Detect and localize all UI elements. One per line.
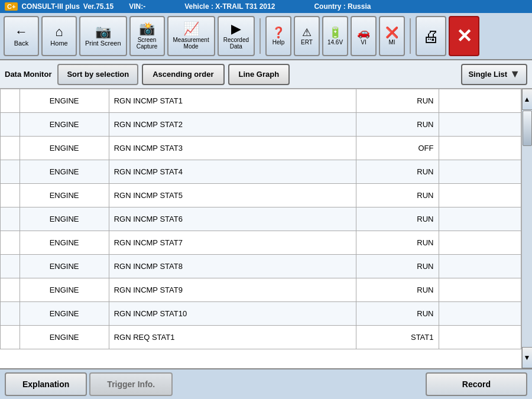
vin-label: VIN:-	[129, 2, 145, 11]
app-name: CONSULT-III plus	[21, 2, 79, 11]
bottom-bar: Explanation Trigger Info. Record	[0, 368, 532, 399]
row-unit	[439, 89, 521, 113]
row-param-name: RGN INCMP STAT3	[109, 137, 356, 160]
ascending-order-button[interactable]: Ascending order	[142, 64, 224, 85]
table-row[interactable]: ENGINERGN INCMP STAT1RUN	[1, 89, 521, 113]
trigger-info-button[interactable]: Trigger Info.	[89, 372, 173, 396]
table-row[interactable]: ENGINERGN INCMP STAT10RUN	[1, 302, 521, 326]
row-checkbox-cell	[1, 137, 20, 160]
row-param-name: RGN INCMP STAT5	[109, 184, 356, 207]
mi-label: MI	[388, 39, 395, 46]
row-value: RUN	[356, 113, 439, 137]
single-list-button[interactable]: Single List ▼	[461, 64, 527, 85]
row-system: ENGINE	[20, 137, 109, 160]
row-value: OFF	[356, 137, 439, 160]
table-row[interactable]: ENGINERGN INCMP STAT8RUN	[1, 255, 521, 278]
table-row[interactable]: ENGINERGN INCMP STAT5RUN	[1, 184, 521, 207]
row-unit	[439, 137, 521, 160]
ert-button[interactable]: ⚠ ERT	[294, 16, 320, 56]
recorded-data-button[interactable]: ▶ RecordedData	[218, 16, 255, 56]
back-icon: ←	[15, 25, 28, 38]
row-checkbox-cell	[1, 113, 20, 137]
row-system: ENGINE	[20, 113, 109, 137]
row-system: ENGINE	[20, 302, 109, 326]
table-row[interactable]: ENGINERGN INCMP STAT7RUN	[1, 231, 521, 255]
table-container: ENGINERGN INCMP STAT1RUNENGINERGN INCMP …	[0, 89, 521, 368]
printer-icon: 🖨	[423, 27, 439, 46]
row-value: STAT1	[356, 326, 439, 349]
data-table: ENGINERGN INCMP STAT1RUNENGINERGN INCMP …	[0, 89, 521, 349]
single-list-label: Single List	[468, 70, 507, 79]
title-bar: C+ CONSULT-III plus Ver.75.15 VIN:- Vehi…	[0, 0, 532, 13]
voltage-button[interactable]: 🔋 14.6V	[322, 16, 348, 56]
print-screen-button[interactable]: 📷 Print Screen	[79, 16, 127, 56]
scrollbar: ▲ ▼	[521, 89, 532, 368]
row-unit	[439, 207, 521, 231]
sort-by-selection-button[interactable]: Sort by selection	[57, 64, 138, 85]
vi-button[interactable]: 🚗 VI	[351, 16, 377, 56]
row-unit	[439, 255, 521, 278]
row-unit	[439, 231, 521, 255]
row-param-name: RGN INCMP STAT7	[109, 231, 356, 255]
table-row[interactable]: ENGINERGN INCMP STAT9RUN	[1, 278, 521, 302]
home-icon: ⌂	[55, 25, 63, 38]
app-version: Ver.75.15	[83, 2, 113, 11]
chevron-down-icon: ▼	[510, 68, 520, 80]
table-row[interactable]: ENGINERGN INCMP STAT3OFF	[1, 137, 521, 160]
toolbar-sep1	[259, 18, 261, 54]
country-label: Country : Russia	[314, 2, 371, 11]
measurement-icon: 📈	[183, 22, 199, 35]
mi-icon: ❌	[385, 27, 398, 38]
close-button[interactable]: ✕	[449, 16, 479, 56]
help-button[interactable]: ❓ Help	[265, 16, 291, 56]
row-param-name: RGN INCMP STAT4	[109, 160, 356, 184]
row-checkbox-cell	[1, 160, 20, 184]
row-checkbox-cell	[1, 278, 20, 302]
table-row[interactable]: ENGINERGN INCMP STAT6RUN	[1, 207, 521, 231]
row-system: ENGINE	[20, 326, 109, 349]
capture-label: ScreenCapture	[137, 37, 158, 50]
row-unit	[439, 160, 521, 184]
row-value: RUN	[356, 89, 439, 113]
data-monitor-label: Data Monitor	[5, 70, 51, 79]
scroll-down-button[interactable]: ▼	[522, 347, 533, 368]
row-checkbox-cell	[1, 207, 20, 231]
help-label: Help	[273, 39, 285, 46]
row-system: ENGINE	[20, 255, 109, 278]
row-param-name: RGN INCMP STAT10	[109, 302, 356, 326]
scroll-thumb[interactable]	[523, 111, 532, 146]
printer-button[interactable]: 🖨	[416, 16, 446, 56]
row-value: RUN	[356, 255, 439, 278]
row-unit	[439, 278, 521, 302]
control-bar: Data Monitor Sort by selection Ascending…	[0, 60, 532, 89]
row-checkbox-cell	[1, 302, 20, 326]
home-button[interactable]: ⌂ Home	[41, 16, 77, 56]
row-system: ENGINE	[20, 231, 109, 255]
row-system: ENGINE	[20, 207, 109, 231]
table-row[interactable]: ENGINERGN INCMP STAT2RUN	[1, 113, 521, 137]
mi-button[interactable]: ❌ MI	[379, 16, 405, 56]
scroll-track	[522, 110, 533, 347]
explanation-button[interactable]: Explanation	[5, 372, 87, 396]
row-system: ENGINE	[20, 89, 109, 113]
toolbar-sep2	[410, 18, 411, 54]
battery-icon: 🔋	[329, 27, 342, 38]
row-value: RUN	[356, 302, 439, 326]
table-row[interactable]: ENGINERGN REQ STAT1STAT1	[1, 326, 521, 349]
table-body: ENGINERGN INCMP STAT1RUNENGINERGN INCMP …	[1, 89, 521, 349]
line-graph-button[interactable]: Line Graph	[228, 64, 290, 85]
row-value: RUN	[356, 278, 439, 302]
row-value: RUN	[356, 160, 439, 184]
measurement-mode-button[interactable]: 📈 MeasurementMode	[167, 16, 215, 56]
scroll-up-button[interactable]: ▲	[522, 89, 533, 110]
home-label: Home	[50, 40, 67, 47]
table-row[interactable]: ENGINERGN INCMP STAT4RUN	[1, 160, 521, 184]
record-button[interactable]: Record	[426, 372, 527, 396]
app-logo: C+	[5, 2, 18, 11]
back-button[interactable]: ← Back	[4, 16, 39, 56]
row-param-name: RGN INCMP STAT1	[109, 89, 356, 113]
row-unit	[439, 113, 521, 137]
row-checkbox-cell	[1, 184, 20, 207]
screen-capture-button[interactable]: 📸 ScreenCapture	[129, 16, 165, 56]
row-param-name: RGN INCMP STAT6	[109, 207, 356, 231]
